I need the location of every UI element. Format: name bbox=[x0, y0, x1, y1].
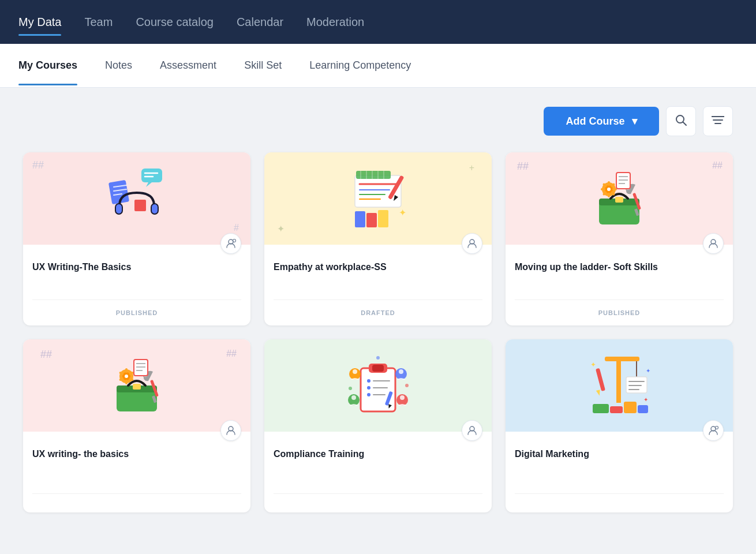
toolbar: Add Course ▾ bbox=[23, 106, 733, 136]
card-avatar-ux-writing bbox=[220, 233, 241, 254]
svg-rect-81 bbox=[372, 365, 384, 372]
card-status-digital-marketing bbox=[515, 493, 724, 503]
deco: + bbox=[469, 163, 474, 173]
course-card-ladder[interactable]: ## ## bbox=[506, 152, 733, 325]
svg-marker-110 bbox=[596, 390, 601, 396]
main-content: Add Course ▾ bbox=[0, 88, 756, 554]
deco: ## bbox=[712, 160, 723, 171]
card-status-ux-writing: PUBLISHED bbox=[32, 300, 241, 316]
svg-rect-114 bbox=[638, 405, 648, 413]
card-avatar-ladder bbox=[703, 233, 724, 254]
search-button[interactable] bbox=[666, 106, 696, 136]
svg-text:✦: ✦ bbox=[590, 361, 596, 369]
svg-point-84 bbox=[367, 393, 370, 396]
svg-rect-44 bbox=[608, 181, 610, 186]
course-card-empathy[interactable]: + ✦ bbox=[264, 152, 492, 325]
card-avatar-compliance bbox=[462, 420, 482, 441]
svg-point-83 bbox=[367, 386, 370, 390]
svg-point-91 bbox=[399, 369, 403, 374]
card-body-empathy: Empathy at workplace-SS DRAFTED bbox=[264, 245, 492, 325]
filter-icon bbox=[712, 115, 724, 128]
nav-my-data[interactable]: My Data bbox=[18, 11, 61, 33]
card-title-compliance: Compliance Training bbox=[274, 448, 482, 461]
tab-notes[interactable]: Notes bbox=[105, 55, 132, 76]
course-card-ux-writing-2[interactable]: ## ## bbox=[23, 339, 250, 512]
svg-marker-5 bbox=[146, 182, 152, 187]
course-card-ux-writing[interactable]: ## # bbox=[23, 152, 250, 325]
course-grid: ## # bbox=[23, 152, 733, 512]
svg-rect-102 bbox=[616, 357, 621, 403]
svg-rect-30 bbox=[355, 211, 365, 227]
filter-button[interactable] bbox=[703, 106, 733, 136]
ladder-illustration bbox=[585, 164, 654, 233]
card-title-ux-writing: UX Writing-The Basics bbox=[32, 261, 241, 274]
svg-point-43 bbox=[607, 188, 611, 191]
deco: ## bbox=[226, 349, 237, 359]
svg-rect-69 bbox=[125, 380, 128, 384]
card-image-ux-writing: ## # bbox=[23, 152, 250, 245]
tab-skill-set[interactable]: Skill Set bbox=[244, 55, 282, 76]
sub-navigation: My Courses Notes Assessment Skill Set Le… bbox=[0, 44, 756, 88]
deco: ## bbox=[517, 160, 529, 173]
add-course-label: Add Course bbox=[566, 115, 624, 128]
card-title-ladder: Moving up the ladder- Soft Skills bbox=[515, 261, 724, 274]
card-title-ux-writing-2: UX writing- the basics bbox=[32, 448, 241, 461]
card-image-ux-writing-2: ## ## bbox=[23, 339, 250, 432]
compliance-illustration bbox=[343, 351, 413, 420]
course-card-compliance[interactable]: Compliance Training bbox=[264, 339, 492, 512]
course-card-digital-marketing[interactable]: ✦ ✦ ✦ Digital Marketing bbox=[506, 339, 733, 512]
tab-assessment[interactable]: Assessment bbox=[160, 55, 216, 76]
svg-rect-16 bbox=[152, 204, 158, 214]
nav-course-catalog[interactable]: Course catalog bbox=[136, 11, 214, 33]
deco: # bbox=[234, 223, 239, 233]
add-course-button[interactable]: Add Course ▾ bbox=[544, 107, 659, 136]
svg-rect-12 bbox=[134, 200, 146, 211]
card-avatar-digital-marketing bbox=[703, 420, 724, 441]
nav-team[interactable]: Team bbox=[84, 11, 113, 33]
svg-rect-48 bbox=[608, 193, 610, 197]
card-title-digital-marketing: Digital Marketing bbox=[515, 448, 724, 461]
card-status-empathy: DRAFTED bbox=[274, 300, 482, 316]
svg-rect-4 bbox=[141, 169, 162, 182]
card-image-ladder: ## ## bbox=[506, 152, 733, 245]
svg-rect-15 bbox=[116, 204, 122, 214]
svg-point-93 bbox=[351, 395, 356, 400]
svg-rect-54 bbox=[616, 173, 630, 189]
search-icon bbox=[675, 114, 687, 129]
card-status-ladder: PUBLISHED bbox=[515, 300, 724, 316]
nav-calendar[interactable]: Calendar bbox=[237, 11, 283, 33]
svg-rect-39 bbox=[615, 197, 623, 203]
card-title-empathy: Empathy at workplace-SS bbox=[274, 261, 482, 274]
ux-writing-illustration bbox=[102, 164, 171, 233]
svg-rect-32 bbox=[378, 210, 388, 227]
tab-learning-competency[interactable]: Learning Competency bbox=[309, 55, 411, 76]
svg-text:✦: ✦ bbox=[646, 368, 650, 374]
svg-point-98 bbox=[376, 356, 380, 360]
card-body-ladder: Moving up the ladder- Soft Skills PUBLIS… bbox=[506, 245, 733, 325]
card-image-compliance bbox=[264, 339, 492, 432]
svg-rect-109 bbox=[596, 368, 605, 391]
card-status-ux-writing-2 bbox=[32, 493, 241, 503]
svg-text:✦: ✦ bbox=[643, 396, 648, 403]
digital-marketing-illustration: ✦ ✦ ✦ bbox=[585, 351, 654, 420]
deco: ## bbox=[32, 159, 44, 171]
nav-moderation[interactable]: Moderation bbox=[306, 11, 364, 33]
svg-rect-66 bbox=[125, 368, 128, 373]
svg-rect-111 bbox=[593, 404, 609, 413]
svg-rect-61 bbox=[133, 384, 141, 390]
card-body-compliance: Compliance Training bbox=[264, 432, 492, 512]
svg-rect-8 bbox=[108, 180, 129, 205]
tab-my-courses[interactable]: My Courses bbox=[18, 55, 77, 76]
svg-point-65 bbox=[125, 375, 128, 378]
chevron-down-icon: ▾ bbox=[632, 115, 637, 128]
svg-text:✦: ✦ bbox=[399, 208, 406, 218]
svg-rect-74 bbox=[134, 360, 148, 376]
svg-point-82 bbox=[367, 379, 370, 383]
svg-rect-103 bbox=[605, 357, 639, 361]
deco: ## bbox=[40, 349, 52, 361]
svg-rect-50 bbox=[601, 188, 605, 190]
card-image-empathy: + ✦ bbox=[264, 152, 492, 245]
card-body-digital-marketing: Digital Marketing bbox=[506, 432, 733, 512]
deco: ✦ bbox=[277, 223, 285, 234]
card-body-ux-writing: UX Writing-The Basics PUBLISHED bbox=[23, 245, 250, 325]
